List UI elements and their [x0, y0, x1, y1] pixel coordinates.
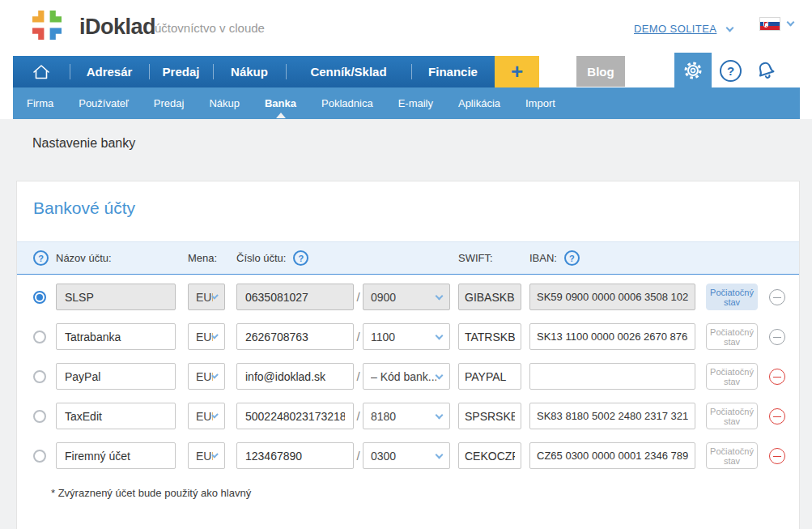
iban-input[interactable] — [529, 442, 695, 469]
iban-input[interactable] — [529, 363, 695, 390]
chevron-down-icon — [436, 371, 444, 379]
nav-tab-predaj[interactable]: Predaj — [149, 56, 213, 87]
top-header: iDoklad účtovníctvo v cloude DEMO SOLITE… — [0, 0, 812, 56]
chevron-down-icon — [436, 411, 444, 419]
main-account-radio[interactable] — [33, 410, 46, 423]
currency-select[interactable]: EUR — [188, 403, 225, 429]
settings-sub-navigation: Firma Používateľ Predaj Nákup Banka Pokl… — [13, 87, 800, 119]
account-name-input[interactable] — [56, 284, 176, 310]
slash-separator: / — [354, 330, 363, 343]
subnav-item-aplikacia[interactable]: Aplikácia — [458, 97, 500, 109]
remove-account-icon[interactable] — [769, 448, 785, 464]
account-row-paypal: EUR / – Kód bank... Počiatočný stav — [17, 363, 799, 390]
main-navigation: Adresár Predaj Nákup Cenník/Sklad Financ… — [13, 56, 495, 87]
iban-input[interactable] — [529, 403, 695, 429]
currency-select[interactable]: EUR — [188, 363, 225, 390]
currency-select[interactable]: EUR — [188, 284, 225, 310]
account-chevron-down-icon[interactable] — [726, 24, 734, 32]
remove-account-icon[interactable] — [769, 329, 785, 345]
blog-button[interactable]: Blog — [576, 56, 625, 87]
bank-code-select[interactable]: 1100 — [363, 323, 450, 350]
language-flag-icon[interactable] — [759, 17, 780, 31]
name-help-icon[interactable]: ? — [33, 250, 49, 266]
subnav-item-firma[interactable]: Firma — [27, 97, 53, 109]
account-row-firemny-ucet: EUR / 0300 Počiatočný stav — [17, 442, 799, 469]
subnav-item-import[interactable]: Import — [525, 97, 555, 109]
chevron-down-icon — [436, 292, 444, 300]
question-mark-icon: ? — [727, 64, 734, 78]
account-number-input[interactable] — [236, 363, 354, 390]
number-help-icon[interactable]: ? — [293, 250, 308, 266]
nav-tab-home[interactable] — [13, 56, 70, 87]
account-number-input[interactable] — [236, 284, 354, 310]
bank-code-select[interactable]: 0900 — [363, 284, 450, 310]
initial-state-button[interactable]: Počiatočný stav — [706, 363, 758, 390]
quick-add-button[interactable]: + — [495, 56, 539, 87]
column-header-name: Názov účtu: — [56, 252, 176, 264]
language-chevron-down-icon[interactable] — [787, 19, 795, 27]
initial-state-button[interactable]: Počiatočný stav — [706, 323, 758, 350]
initial-state-button[interactable]: Počiatočný stav — [706, 284, 758, 310]
swift-input[interactable] — [458, 363, 521, 390]
panel-title: Bankové účty — [33, 198, 135, 218]
remove-account-icon[interactable] — [769, 408, 785, 424]
currency-select[interactable]: EUR — [188, 442, 225, 469]
column-header-swift: SWIFT: — [458, 252, 521, 264]
subnav-item-nakup[interactable]: Nákup — [209, 97, 240, 109]
account-number-input[interactable] — [236, 403, 354, 429]
main-account-radio[interactable] — [33, 450, 46, 463]
account-name-input[interactable] — [56, 403, 176, 429]
brand-title[interactable]: iDoklad — [79, 15, 155, 40]
account-number-input[interactable] — [236, 323, 354, 350]
bank-code-select[interactable]: 0300 — [363, 442, 450, 469]
remove-account-icon[interactable] — [769, 289, 785, 305]
account-row-tatrabanka: EUR / 1100 Počiatočný stav — [17, 323, 799, 350]
nav-tab-nakup[interactable]: Nákup — [213, 56, 286, 87]
currency-select[interactable]: EUR — [188, 323, 225, 350]
help-button[interactable]: ? — [720, 60, 742, 82]
iban-input[interactable] — [529, 323, 695, 350]
idoklad-logo-icon[interactable] — [32, 11, 62, 40]
bank-code-select[interactable]: – Kód bank... — [363, 363, 450, 390]
page-title: Nastavenie banky — [32, 136, 135, 151]
nav-tab-adresar[interactable]: Adresár — [70, 56, 149, 87]
slash-separator: / — [354, 409, 363, 423]
subnav-item-predaj[interactable]: Predaj — [154, 97, 185, 109]
swift-input[interactable] — [458, 442, 521, 469]
nav-tab-cennik-sklad[interactable]: Cenník/Sklad — [286, 56, 411, 87]
slash-separator: / — [354, 449, 363, 463]
main-account-radio[interactable] — [33, 291, 46, 304]
nav-tab-financie[interactable]: Financie — [411, 56, 495, 87]
initial-state-button[interactable]: Počiatočný stav — [706, 403, 758, 429]
account-menu-link[interactable]: DEMO SOLITEA — [634, 23, 716, 35]
column-header-number: Číslo účtu: — [236, 252, 286, 264]
subnav-item-pokladnica[interactable]: Pokladnica — [321, 97, 373, 109]
main-account-footnote: * Zvýraznený účet bude použitý ako hlavn… — [51, 487, 251, 499]
settings-tab[interactable] — [674, 53, 712, 87]
swift-input[interactable] — [458, 284, 521, 310]
notifications-button[interactable] — [754, 58, 778, 86]
bank-code-select[interactable]: 8180 — [363, 403, 450, 429]
slash-separator: / — [354, 290, 363, 304]
main-account-radio[interactable] — [33, 370, 46, 383]
home-icon — [32, 64, 50, 80]
account-number-input[interactable] — [236, 442, 354, 469]
subnav-item-banka[interactable]: Banka — [265, 97, 296, 109]
accounts-list: EUR / 0900 Počiatočný stav EUR / 1100 Po… — [17, 271, 799, 469]
remove-account-icon[interactable] — [769, 369, 785, 385]
swift-input[interactable] — [458, 403, 521, 429]
iban-help-icon[interactable]: ? — [564, 250, 580, 266]
chevron-down-icon — [436, 450, 444, 459]
iban-input[interactable] — [529, 284, 695, 310]
account-name-input[interactable] — [56, 442, 176, 469]
column-header-currency: Mena: — [188, 252, 225, 264]
subnav-item-emaily[interactable]: E-maily — [398, 97, 433, 109]
gear-icon — [682, 60, 704, 81]
column-header-iban: IBAN: — [529, 252, 557, 264]
subnav-item-pouzivatel[interactable]: Používateľ — [79, 97, 129, 109]
account-name-input[interactable] — [56, 363, 176, 390]
initial-state-button[interactable]: Počiatočný stav — [706, 442, 758, 469]
account-name-input[interactable] — [56, 323, 176, 350]
main-account-radio[interactable] — [33, 331, 46, 343]
swift-input[interactable] — [458, 323, 521, 350]
